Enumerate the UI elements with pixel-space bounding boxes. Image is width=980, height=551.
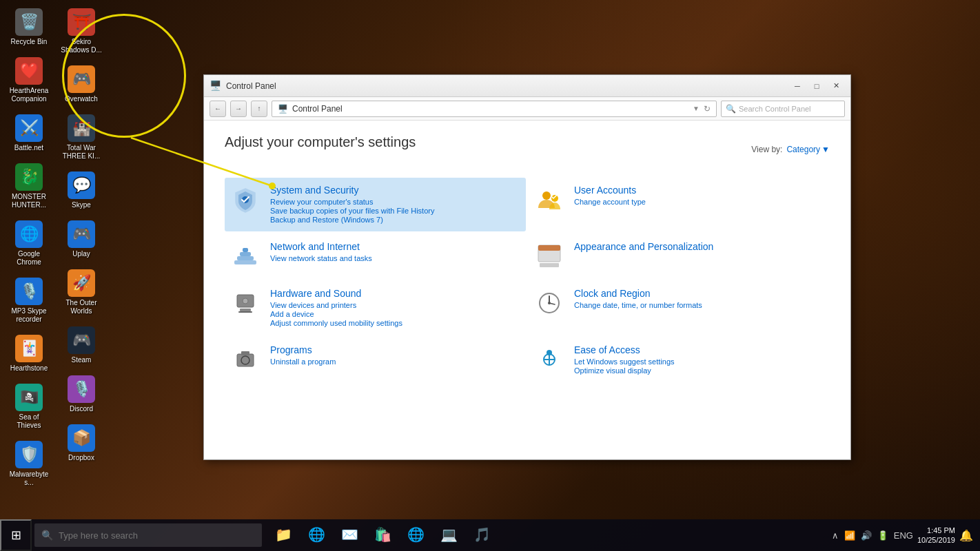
- category-icon-hardware-sound: [230, 288, 261, 318]
- category-title-network-internet[interactable]: Network and Internet: [270, 241, 520, 252]
- svg-point-25: [548, 302, 551, 304]
- view-by-control: View by: Category ▼: [751, 145, 830, 154]
- desktop-icon-hearthstone-arena[interactable]: ❤️ HearthArena Companion: [6, 54, 52, 106]
- desktop-icon-outer-worlds[interactable]: 🚀 The Outer Worlds: [58, 267, 105, 318]
- desktop-icon-malwarebytes[interactable]: 🛡️ Malwarebytes...: [6, 438, 52, 490]
- nav-forward-button[interactable]: →: [230, 101, 247, 117]
- svg-rect-10: [240, 252, 251, 256]
- category-link-user-accounts-0[interactable]: Change account type: [574, 198, 824, 206]
- language-label[interactable]: ENG: [894, 530, 913, 541]
- desktop-icon-overwatch[interactable]: 🎮 Overwatch: [58, 63, 105, 106]
- category-title-user-accounts[interactable]: User Accounts: [574, 185, 824, 196]
- category-link-ease-of-access-0[interactable]: Let Windows suggest settings: [574, 357, 824, 366]
- category-link-hardware-sound-2[interactable]: Adjust commonly used mobility settings: [270, 319, 520, 327]
- category-link-network-internet-0[interactable]: View network status and tasks: [270, 254, 520, 262]
- icon-image-battle-net: ⚔️: [15, 114, 43, 142]
- category-item-user-accounts[interactable]: User AccountsChange account type: [529, 178, 830, 231]
- taskbar-app-file-explorer[interactable]: 📁: [267, 519, 299, 551]
- icon-label-total-war: Total War THREE KI...: [61, 144, 102, 160]
- tray-arrow[interactable]: ∧: [832, 530, 839, 541]
- category-link-programs-0[interactable]: Uninstall a program: [270, 357, 520, 366]
- taskbar-app-music[interactable]: 🎵: [466, 519, 498, 551]
- taskbar-app-edge[interactable]: 🌐: [300, 519, 332, 551]
- desktop-icon-sekiro[interactable]: ⛩️ Sekiro Shadows D...: [58, 6, 105, 57]
- category-link-hardware-sound-1[interactable]: Add a device: [270, 310, 520, 318]
- taskbar-app-mail[interactable]: ✉️: [334, 519, 365, 551]
- desktop-icon-sea-of-thieves[interactable]: 🏴‍☠️ Sea of Thieves: [6, 381, 52, 433]
- taskbar-app-store[interactable]: 🛍️: [367, 519, 398, 551]
- category-link-system-security-1[interactable]: Save backup copies of your files with Fi…: [270, 207, 520, 215]
- window-title: Control Panel: [226, 81, 788, 91]
- desktop-icon-skype[interactable]: 💬 Skype: [58, 169, 105, 212]
- svg-rect-8: [234, 260, 256, 264]
- search-field[interactable]: 🔍 Search Control Panel: [721, 101, 845, 117]
- category-link-ease-of-access-1[interactable]: Optimize visual display: [574, 366, 824, 375]
- address-dropdown-icon[interactable]: ▼: [693, 105, 700, 112]
- svg-point-5: [542, 191, 551, 200]
- category-item-clock-region[interactable]: Clock and RegionChange date, time, or nu…: [529, 281, 830, 335]
- taskbar-app-tablet[interactable]: 💻: [433, 519, 465, 551]
- search-icon: 🔍: [726, 104, 736, 114]
- desktop-icon-battle-net[interactable]: ⚔️ Battle.net: [6, 112, 52, 155]
- taskbar-search-box[interactable]: 🔍: [34, 523, 262, 547]
- icon-image-dropbox: 📦: [68, 424, 95, 452]
- desktop-icon-dropbox[interactable]: 📦 Dropbox: [58, 422, 105, 465]
- category-title-clock-region[interactable]: Clock and Region: [574, 288, 824, 299]
- desktop-icon-mp3-skype[interactable]: 🎙️ MP3 Skype recorder: [6, 275, 52, 326]
- control-panel-window: 🖥️ Control Panel ─ □ ✕ ← → ↑ 🖥️ Control …: [203, 74, 851, 460]
- search-placeholder: Search Control Panel: [739, 105, 811, 113]
- svg-rect-9: [237, 256, 254, 260]
- network-icon[interactable]: 📶: [844, 530, 855, 541]
- icon-image-sekiro: ⛩️: [68, 8, 95, 36]
- category-item-system-security[interactable]: System and SecurityReview your computer'…: [225, 178, 526, 231]
- view-by-select[interactable]: Category ▼: [786, 145, 830, 154]
- nav-up-button[interactable]: ↑: [251, 101, 267, 117]
- category-title-system-security[interactable]: System and Security: [270, 185, 520, 196]
- close-button[interactable]: ✕: [827, 79, 845, 93]
- desktop-icon-google-chrome[interactable]: 🌐 Google Chrome: [6, 218, 52, 269]
- address-refresh-icon[interactable]: ↻: [704, 104, 711, 114]
- taskbar-search-input[interactable]: [59, 530, 255, 541]
- category-item-network-internet[interactable]: Network and InternetView network status …: [225, 234, 526, 278]
- icon-label-mp3-skype: MP3 Skype recorder: [8, 307, 50, 324]
- category-link-hardware-sound-0[interactable]: View devices and printers: [270, 301, 520, 309]
- maximize-button[interactable]: □: [808, 79, 826, 93]
- desktop-icon-steam[interactable]: 🎮 Steam: [58, 324, 105, 367]
- category-title-hardware-sound[interactable]: Hardware and Sound: [270, 288, 520, 299]
- address-field[interactable]: 🖥️ Control Panel ▼ ↻: [272, 101, 717, 117]
- system-tray: ∧ 📶 🔊 🔋 ENG: [832, 530, 913, 541]
- category-link-system-security-2[interactable]: Backup and Restore (Windows 7): [270, 216, 520, 224]
- category-link-clock-region-0[interactable]: Change date, time, or number formats: [574, 301, 824, 309]
- volume-icon[interactable]: 🔊: [861, 530, 872, 541]
- desktop-icon-discord[interactable]: 🎙️ Discord: [58, 373, 105, 416]
- battery-icon[interactable]: 🔋: [877, 530, 888, 541]
- icon-image-malwarebytes: 🛡️: [15, 441, 43, 468]
- category-item-hardware-sound[interactable]: Hardware and SoundView devices and print…: [225, 281, 526, 335]
- icon-image-outer-worlds: 🚀: [68, 269, 95, 297]
- desktop: 🗑️ Recycle Bin ❤️ HearthArena Companion …: [0, 0, 980, 551]
- category-title-programs[interactable]: Programs: [270, 344, 520, 355]
- taskbar-clock[interactable]: 1:45 PM 10/25/2019: [917, 526, 955, 545]
- category-info-programs: ProgramsUninstall a program: [270, 344, 520, 366]
- notification-button[interactable]: 🔔: [959, 529, 973, 542]
- desktop-icon-hearthstone[interactable]: 🃏 Hearthstone: [6, 332, 52, 375]
- desktop-icon-uplay[interactable]: 🎮 Uplay: [58, 218, 105, 261]
- category-item-ease-of-access[interactable]: Ease of AccessLet Windows suggest settin…: [529, 337, 830, 382]
- minimize-button[interactable]: ─: [788, 79, 806, 93]
- icon-image-total-war: 🏰: [68, 114, 95, 142]
- icon-label-recycle-bin: Recycle Bin: [11, 38, 48, 46]
- desktop-icon-recycle-bin[interactable]: 🗑️ Recycle Bin: [6, 6, 52, 49]
- taskbar-search-icon: 🔍: [41, 530, 53, 541]
- svg-rect-14: [538, 245, 560, 251]
- start-button[interactable]: ⊞: [0, 519, 32, 551]
- category-title-appearance-personalization[interactable]: Appearance and Personalization: [574, 241, 824, 252]
- desktop-icon-total-war[interactable]: 🏰 Total War THREE KI...: [58, 112, 105, 163]
- category-link-system-security-0[interactable]: Review your computer's status: [270, 198, 520, 206]
- category-item-appearance-personalization[interactable]: Appearance and Personalization: [529, 234, 830, 278]
- nav-back-button[interactable]: ←: [210, 101, 226, 117]
- address-bar: ← → ↑ 🖥️ Control Panel ▼ ↻ 🔍 Search Cont…: [204, 97, 850, 121]
- category-item-programs[interactable]: ProgramsUninstall a program: [225, 337, 526, 382]
- taskbar-app-chrome-tb[interactable]: 🌐: [400, 519, 431, 551]
- category-title-ease-of-access[interactable]: Ease of Access: [574, 344, 824, 355]
- desktop-icon-monster-hunter[interactable]: 🐉 MONSTER HUNTER...: [6, 160, 52, 212]
